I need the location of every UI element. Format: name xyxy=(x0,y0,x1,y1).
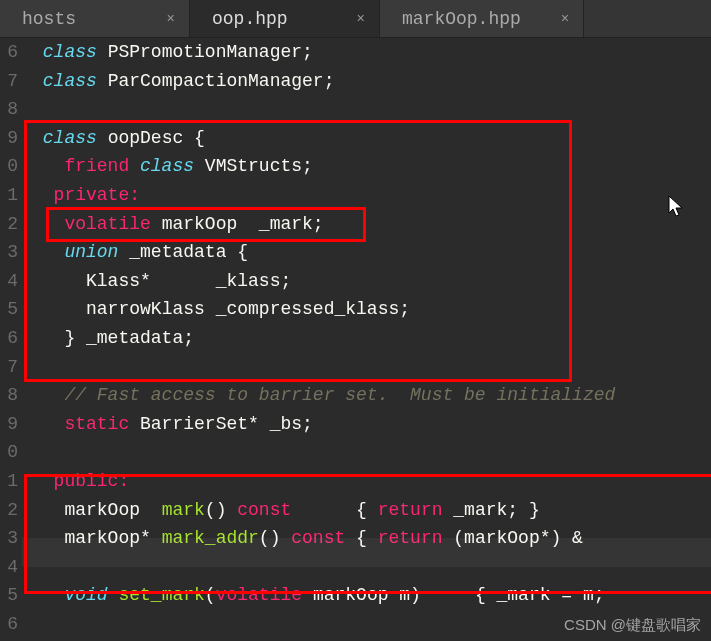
code-line: private: xyxy=(32,185,140,205)
code-line xyxy=(32,357,43,377)
line-number: 2 xyxy=(0,496,18,525)
code-editor[interactable]: 6 7 8 9 0 1 2 3 4 5 6 7 8 9 0 1 2 3 4 5 … xyxy=(0,38,711,641)
code-line xyxy=(32,99,43,119)
line-number: 4 xyxy=(0,267,18,296)
code-line xyxy=(32,442,43,462)
tab-bar: hosts × oop.hpp × markOop.hpp × xyxy=(0,0,711,38)
line-number: 6 xyxy=(0,38,18,67)
code-line: narrowKlass _compressed_klass; xyxy=(32,299,410,319)
line-number: 3 xyxy=(0,524,18,553)
tab-oop-hpp[interactable]: oop.hpp × xyxy=(190,0,380,37)
code-line: markOop* mark_addr() const { return (mar… xyxy=(32,528,583,548)
line-number: 5 xyxy=(0,581,18,610)
line-number: 9 xyxy=(0,124,18,153)
line-number: 2 xyxy=(0,210,18,239)
code-line: class oopDesc { xyxy=(32,128,205,148)
tab-label: hosts xyxy=(22,9,76,29)
line-number: 9 xyxy=(0,410,18,439)
close-icon[interactable]: × xyxy=(357,11,365,27)
line-number: 7 xyxy=(0,353,18,382)
line-number-gutter: 6 7 8 9 0 1 2 3 4 5 6 7 8 9 0 1 2 3 4 5 … xyxy=(0,38,22,641)
close-icon[interactable]: × xyxy=(167,11,175,27)
close-icon[interactable]: × xyxy=(561,11,569,27)
code-line: class PSPromotionManager; xyxy=(32,42,313,62)
line-number: 3 xyxy=(0,238,18,267)
line-number: 1 xyxy=(0,181,18,210)
code-line: friend class VMStructs; xyxy=(32,156,313,176)
tab-hosts[interactable]: hosts × xyxy=(0,0,190,37)
line-number: 1 xyxy=(0,467,18,496)
watermark-text: CSDN @键盘歌唱家 xyxy=(564,616,701,635)
code-line: volatile markOop _mark; xyxy=(32,214,324,234)
tab-label: markOop.hpp xyxy=(402,9,521,29)
line-number: 5 xyxy=(0,295,18,324)
tab-label: oop.hpp xyxy=(212,9,288,29)
line-number: 0 xyxy=(0,152,18,181)
mouse-cursor-icon xyxy=(620,166,686,257)
code-line: void set_mark(volatile markOop m) { _mar… xyxy=(32,585,605,605)
line-number: 6 xyxy=(0,324,18,353)
code-line: public: xyxy=(32,471,129,491)
line-number: 7 xyxy=(0,67,18,96)
code-line: markOop mark() const { return _mark; } xyxy=(32,500,540,520)
code-line: } _metadata; xyxy=(32,328,194,348)
line-number: 6 xyxy=(0,610,18,639)
code-area[interactable]: class PSPromotionManager; class ParCompa… xyxy=(22,38,711,641)
code-line: // Fast access to barrier set. Must be i… xyxy=(32,385,615,405)
line-number: 8 xyxy=(0,95,18,124)
code-line: Klass* _klass; xyxy=(32,271,291,291)
code-line: union _metadata { xyxy=(32,242,248,262)
line-number: 0 xyxy=(0,438,18,467)
code-line: static BarrierSet* _bs; xyxy=(32,414,313,434)
code-line xyxy=(32,557,43,577)
code-line: class ParCompactionManager; xyxy=(32,71,334,91)
line-number: 8 xyxy=(0,381,18,410)
line-number: 4 xyxy=(0,553,18,582)
tab-markoop-hpp[interactable]: markOop.hpp × xyxy=(380,0,584,37)
